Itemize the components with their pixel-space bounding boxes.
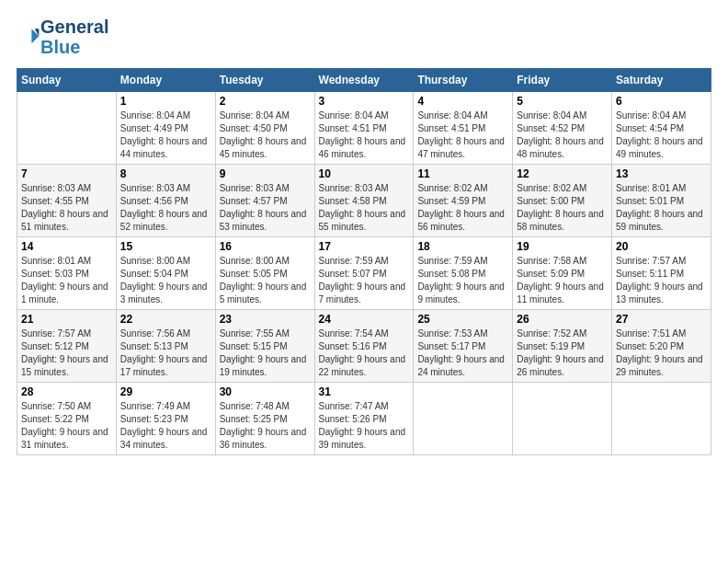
day-info: Sunrise: 7:57 AMSunset: 5:12 PMDaylight:… <box>21 327 112 379</box>
day-number: 18 <box>417 240 508 253</box>
day-number: 22 <box>120 313 211 326</box>
week-row-2: 7Sunrise: 8:03 AMSunset: 4:55 PMDaylight… <box>17 165 711 237</box>
day-number: 26 <box>517 313 608 326</box>
logo-line2: Blue <box>40 37 108 57</box>
day-cell: 10Sunrise: 8:03 AMSunset: 4:58 PMDayligh… <box>314 165 414 237</box>
day-cell: 23Sunrise: 7:55 AMSunset: 5:15 PMDayligh… <box>215 310 314 383</box>
logo: General Blue <box>17 17 108 57</box>
day-cell: 15Sunrise: 8:00 AMSunset: 5:04 PMDayligh… <box>116 237 215 310</box>
day-cell: 31Sunrise: 7:47 AMSunset: 5:26 PMDayligh… <box>314 383 414 455</box>
day-number: 15 <box>120 240 211 253</box>
header-tuesday: Tuesday <box>215 69 314 92</box>
day-cell <box>612 383 711 455</box>
day-cell: 18Sunrise: 7:59 AMSunset: 5:08 PMDayligh… <box>414 237 513 310</box>
header-saturday: Saturday <box>612 69 711 92</box>
day-number: 24 <box>319 313 410 326</box>
day-cell: 13Sunrise: 8:01 AMSunset: 5:01 PMDayligh… <box>612 165 711 237</box>
day-number: 20 <box>616 240 707 253</box>
week-row-1: 1Sunrise: 8:04 AMSunset: 4:49 PMDaylight… <box>17 92 711 165</box>
day-cell: 1Sunrise: 8:04 AMSunset: 4:49 PMDaylight… <box>116 92 215 165</box>
day-info: Sunrise: 7:55 AMSunset: 5:15 PMDaylight:… <box>220 327 311 379</box>
day-cell: 2Sunrise: 8:04 AMSunset: 4:50 PMDaylight… <box>215 92 314 165</box>
day-number: 14 <box>21 240 112 253</box>
logo-line1: General <box>40 17 108 37</box>
day-cell: 12Sunrise: 8:02 AMSunset: 5:00 PMDayligh… <box>513 165 612 237</box>
header-monday: Monday <box>116 69 215 92</box>
header-thursday: Thursday <box>414 69 513 92</box>
day-number: 28 <box>21 385 112 398</box>
day-info: Sunrise: 7:53 AMSunset: 5:17 PMDaylight:… <box>417 327 508 379</box>
day-cell <box>17 92 117 165</box>
day-number: 23 <box>220 313 311 326</box>
day-cell: 22Sunrise: 7:56 AMSunset: 5:13 PMDayligh… <box>116 310 215 383</box>
day-info: Sunrise: 7:47 AMSunset: 5:26 PMDaylight:… <box>319 400 410 452</box>
day-info: Sunrise: 7:54 AMSunset: 5:16 PMDaylight:… <box>319 327 410 379</box>
day-info: Sunrise: 7:56 AMSunset: 5:13 PMDaylight:… <box>120 327 211 379</box>
day-number: 19 <box>517 240 608 253</box>
day-cell: 6Sunrise: 8:04 AMSunset: 4:54 PMDaylight… <box>612 92 711 165</box>
day-number: 4 <box>417 95 508 108</box>
day-info: Sunrise: 8:02 AMSunset: 5:00 PMDaylight:… <box>517 182 608 234</box>
day-number: 16 <box>220 240 311 253</box>
day-info: Sunrise: 7:48 AMSunset: 5:25 PMDaylight:… <box>220 400 311 452</box>
day-info: Sunrise: 8:00 AMSunset: 5:04 PMDaylight:… <box>120 255 211 306</box>
day-info: Sunrise: 8:04 AMSunset: 4:52 PMDaylight:… <box>517 109 608 161</box>
day-number: 31 <box>319 385 410 398</box>
day-cell: 29Sunrise: 7:49 AMSunset: 5:23 PMDayligh… <box>116 383 215 455</box>
day-info: Sunrise: 8:04 AMSunset: 4:50 PMDaylight:… <box>220 109 311 161</box>
day-cell: 28Sunrise: 7:50 AMSunset: 5:22 PMDayligh… <box>17 383 117 455</box>
day-cell <box>513 383 612 455</box>
day-info: Sunrise: 8:03 AMSunset: 4:58 PMDaylight:… <box>319 182 410 234</box>
day-cell: 30Sunrise: 7:48 AMSunset: 5:25 PMDayligh… <box>215 383 314 455</box>
day-cell: 4Sunrise: 8:04 AMSunset: 4:51 PMDaylight… <box>414 92 513 165</box>
day-cell: 16Sunrise: 8:00 AMSunset: 5:05 PMDayligh… <box>215 237 314 310</box>
day-info: Sunrise: 8:04 AMSunset: 4:54 PMDaylight:… <box>616 109 707 161</box>
day-info: Sunrise: 7:51 AMSunset: 5:20 PMDaylight:… <box>616 327 707 379</box>
calendar-table: SundayMondayTuesdayWednesdayThursdayFrid… <box>17 68 711 455</box>
day-number: 9 <box>220 167 311 180</box>
day-info: Sunrise: 8:01 AMSunset: 5:03 PMDaylight:… <box>21 255 112 306</box>
day-number: 25 <box>417 313 508 326</box>
day-info: Sunrise: 8:03 AMSunset: 4:57 PMDaylight:… <box>220 182 311 234</box>
day-cell: 14Sunrise: 8:01 AMSunset: 5:03 PMDayligh… <box>17 237 117 310</box>
day-number: 21 <box>21 313 112 326</box>
day-cell: 27Sunrise: 7:51 AMSunset: 5:20 PMDayligh… <box>612 310 711 383</box>
day-info: Sunrise: 8:04 AMSunset: 4:51 PMDaylight:… <box>319 109 410 161</box>
day-info: Sunrise: 7:58 AMSunset: 5:09 PMDaylight:… <box>517 255 608 306</box>
header-wednesday: Wednesday <box>314 69 414 92</box>
day-info: Sunrise: 8:03 AMSunset: 4:56 PMDaylight:… <box>120 182 211 234</box>
day-number: 1 <box>120 95 211 108</box>
day-info: Sunrise: 7:59 AMSunset: 5:07 PMDaylight:… <box>319 255 410 306</box>
day-info: Sunrise: 8:01 AMSunset: 5:01 PMDaylight:… <box>616 182 707 234</box>
calendar-header-row: SundayMondayTuesdayWednesdayThursdayFrid… <box>17 69 711 92</box>
logo-icon <box>18 26 40 48</box>
header-sunday: Sunday <box>17 69 117 92</box>
day-number: 27 <box>616 313 707 326</box>
day-cell: 17Sunrise: 7:59 AMSunset: 5:07 PMDayligh… <box>314 237 414 310</box>
day-cell: 19Sunrise: 7:58 AMSunset: 5:09 PMDayligh… <box>513 237 612 310</box>
day-number: 3 <box>319 95 410 108</box>
day-info: Sunrise: 7:49 AMSunset: 5:23 PMDaylight:… <box>120 400 211 452</box>
day-info: Sunrise: 7:57 AMSunset: 5:11 PMDaylight:… <box>616 255 707 306</box>
day-number: 7 <box>21 167 112 180</box>
day-cell: 20Sunrise: 7:57 AMSunset: 5:11 PMDayligh… <box>612 237 711 310</box>
page-container: General Blue SundayMondayTuesdayWednesda… <box>0 0 728 465</box>
day-cell: 7Sunrise: 8:03 AMSunset: 4:55 PMDaylight… <box>17 165 117 237</box>
day-cell <box>414 383 513 455</box>
day-number: 2 <box>220 95 311 108</box>
week-row-3: 14Sunrise: 8:01 AMSunset: 5:03 PMDayligh… <box>17 237 711 310</box>
day-number: 10 <box>319 167 410 180</box>
day-number: 6 <box>616 95 707 108</box>
day-number: 12 <box>517 167 608 180</box>
page-header: General Blue <box>17 17 711 57</box>
day-info: Sunrise: 8:02 AMSunset: 4:59 PMDaylight:… <box>417 182 508 234</box>
day-cell: 25Sunrise: 7:53 AMSunset: 5:17 PMDayligh… <box>414 310 513 383</box>
week-row-5: 28Sunrise: 7:50 AMSunset: 5:22 PMDayligh… <box>17 383 711 455</box>
week-row-4: 21Sunrise: 7:57 AMSunset: 5:12 PMDayligh… <box>17 310 711 383</box>
day-number: 17 <box>319 240 410 253</box>
day-number: 13 <box>616 167 707 180</box>
day-number: 5 <box>517 95 608 108</box>
day-info: Sunrise: 7:52 AMSunset: 5:19 PMDaylight:… <box>517 327 608 379</box>
day-cell: 8Sunrise: 8:03 AMSunset: 4:56 PMDaylight… <box>116 165 215 237</box>
day-info: Sunrise: 7:50 AMSunset: 5:22 PMDaylight:… <box>21 400 112 452</box>
